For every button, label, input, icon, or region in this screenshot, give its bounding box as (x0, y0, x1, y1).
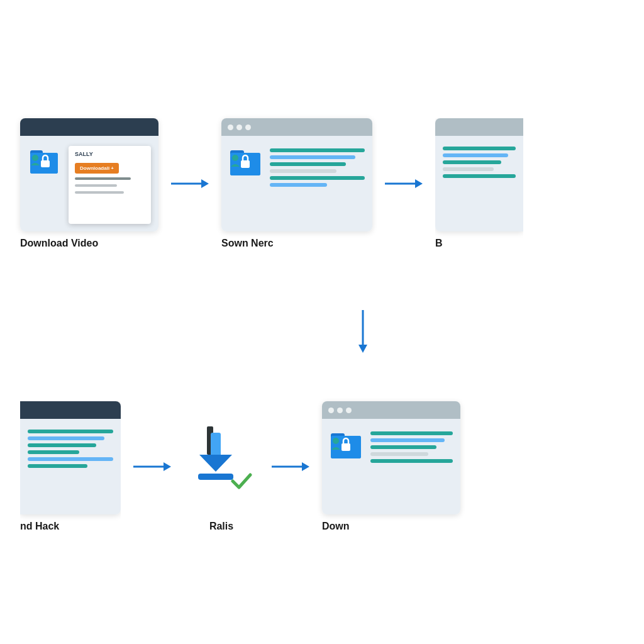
popup-button[interactable]: Downloadali + (75, 163, 119, 174)
step3-wrapper: B (435, 118, 523, 249)
label-step3: B (435, 238, 523, 249)
cline-4-2 (28, 436, 104, 440)
arrow-5-6 (259, 457, 322, 476)
cline-2-1 (270, 148, 365, 152)
arrow-1-2 (158, 174, 221, 193)
svg-point-27 (333, 438, 339, 444)
cline-2-2 (270, 155, 355, 159)
svg-marker-17 (164, 462, 171, 471)
svg-rect-10 (241, 160, 250, 168)
browser-step2 (221, 118, 372, 231)
label-step1: Download Video (20, 238, 158, 249)
content-6 (322, 419, 460, 514)
cline-2-6 (270, 183, 327, 187)
svg-marker-15 (358, 345, 367, 353)
dot1 (228, 125, 233, 130)
content-1: SALLY Downloadali + (20, 136, 158, 231)
cline-3-3 (443, 160, 501, 164)
label-step6: Down (322, 521, 460, 532)
dot2 (236, 125, 242, 130)
arrow-2-3 (372, 174, 435, 193)
svg-rect-20 (198, 474, 233, 480)
svg-marker-22 (302, 462, 309, 471)
popup-line-3 (75, 191, 124, 194)
titlebar-2 (221, 118, 372, 136)
cline-6-5 (370, 459, 453, 463)
titlebar-4 (20, 401, 121, 419)
folder-icon-1 (30, 147, 60, 178)
flow-diagram: SALLY Downloadali + Download Video (20, 45, 624, 599)
label-step4: nd Hack (20, 521, 121, 532)
popup-line-2 (75, 184, 117, 187)
svg-rect-26 (341, 443, 350, 451)
download-icon (193, 426, 250, 489)
browser-step3 (435, 118, 523, 231)
titlebar-1 (20, 118, 158, 136)
browser-step4 (20, 401, 121, 514)
cline-4-6 (28, 464, 87, 468)
cline-6-1 (370, 431, 453, 435)
svg-point-11 (232, 155, 238, 161)
cline-3-1 (443, 147, 516, 150)
step1-wrapper: SALLY Downloadali + Download Video (20, 118, 158, 249)
popup-title: SALLY (75, 151, 145, 157)
svg-rect-18 (211, 433, 221, 457)
arrow-down-1 (353, 310, 372, 357)
browser-step6 (322, 401, 460, 514)
cline-3-2 (443, 153, 508, 157)
label-step2: Sown Nerс (221, 238, 372, 249)
content-4 (20, 419, 121, 514)
bottom-row: nd Hack (20, 347, 624, 599)
icon-area-6 (330, 426, 364, 507)
popup-line-1 (75, 177, 131, 180)
titlebar-6 (322, 401, 460, 419)
folder-icon-6 (331, 430, 364, 462)
download-icon-area (184, 401, 259, 514)
cline-4-4 (28, 450, 79, 454)
dot3 (245, 125, 251, 130)
content-lines-6 (370, 431, 453, 507)
svg-marker-19 (199, 455, 232, 472)
svg-point-4 (32, 155, 38, 161)
step2-wrapper: Sown Nerс (221, 118, 372, 249)
svg-rect-3 (41, 160, 50, 167)
cline-2-4 (270, 169, 336, 173)
checkmark-svg (230, 470, 253, 492)
content-lines-2 (270, 148, 365, 224)
icon-area-2 (229, 143, 264, 224)
step5-wrapper: Ralis (184, 401, 259, 532)
content-3 (435, 136, 523, 231)
svg-marker-13 (415, 179, 423, 188)
cline-4-1 (28, 430, 113, 433)
cline-3-5 (443, 174, 516, 178)
cline-2-3 (270, 162, 346, 166)
content-2 (221, 136, 372, 231)
folder-icon-2 (230, 147, 263, 179)
step6-wrapper: Down (322, 401, 460, 532)
content-lines-3 (443, 147, 516, 224)
titlebar-3 (435, 118, 523, 136)
browser-step1: SALLY Downloadali + (20, 118, 158, 231)
dot6-1 (328, 408, 334, 413)
dot6-2 (337, 408, 343, 413)
dot6-3 (346, 408, 352, 413)
content-lines-4 (28, 430, 113, 507)
arrow-4-5 (121, 457, 184, 476)
step4-wrapper: nd Hack (20, 401, 121, 532)
cline-6-4 (370, 452, 428, 456)
svg-marker-6 (201, 179, 209, 188)
cline-2-5 (270, 176, 365, 180)
cline-6-2 (370, 438, 445, 442)
cline-4-3 (28, 443, 96, 447)
cline-6-3 (370, 445, 436, 449)
cline-4-5 (28, 457, 113, 461)
label-step5: Ralis (209, 521, 233, 532)
cline-3-4 (443, 167, 494, 171)
icon-area-1 (28, 143, 62, 224)
popup-card: SALLY Downloadali + (69, 146, 151, 224)
